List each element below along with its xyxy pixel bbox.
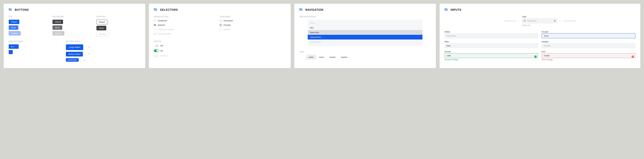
error-message: Error message <box>542 59 635 61</box>
radio-label: Selected disable <box>158 33 171 35</box>
section-switch: SWITCH <box>154 41 286 42</box>
secondary-hover-button[interactable]: Hover <box>52 25 62 30</box>
button-variants-row: CTA Default Hover Disabled SECONDARY Def… <box>9 16 140 41</box>
tab-active[interactable]: active <box>306 55 316 60</box>
side-nav: TITLE Item Hover item Selected item Disa… <box>308 20 422 46</box>
nav-item-default[interactable]: Item <box>308 25 422 30</box>
tertiary-disabled-button: Disabled <box>96 32 109 37</box>
tab-hover[interactable]: :hover <box>316 55 327 60</box>
svg-line-1 <box>525 21 526 22</box>
anno-leading: LEADING ICON <box>504 20 516 22</box>
anno-trailing: TRAILING ICON <box>564 20 576 22</box>
success-message: Success message <box>444 59 538 61</box>
logo-icon <box>154 9 158 12</box>
radio-unselected-disabled: Unselected disabled <box>154 28 220 30</box>
radio-label: Unselected disabled <box>158 28 174 30</box>
cta-disabled-button: Disabled <box>9 31 21 36</box>
error-input[interactable] <box>542 53 635 58</box>
tertiary-hover-button[interactable]: Hover <box>96 26 106 30</box>
radio-unselected[interactable]: Unselected <box>154 20 220 22</box>
tertiary-default-button[interactable]: Default <box>96 20 107 24</box>
logo-icon <box>9 9 13 12</box>
small-button[interactable]: Small button <box>66 58 79 62</box>
switch-on-icon <box>154 49 159 52</box>
switch-off[interactable]: Off <box>154 44 286 47</box>
field-focused: Focused <box>542 31 635 38</box>
section-checkbox: CHECKBOX <box>220 16 286 18</box>
card-title: NAVIGATION <box>306 9 324 12</box>
switch-disabled: Disabled <box>154 54 286 57</box>
tabs: active :hover inactive inactive <box>306 55 424 60</box>
section-tabs: TABS <box>299 51 431 53</box>
anatomy-input[interactable]: ✕ <box>522 18 557 23</box>
close-icon[interactable]: ✕ <box>554 20 556 22</box>
field-success: Success ✓ Success message <box>444 51 538 61</box>
checkbox-checked-icon: ✓ <box>220 24 222 26</box>
switch-off-icon <box>154 44 159 47</box>
section-icon-buttons: ICON BUTTONS <box>9 41 66 42</box>
field-disabled: Disabled <box>542 41 635 48</box>
secondary-disabled-button: Disabled <box>52 31 64 36</box>
secondary-default-button[interactable]: Default <box>52 20 63 24</box>
field-label: Focused <box>542 31 635 33</box>
switch-label: Off <box>160 45 163 47</box>
field-default: Default <box>444 31 538 38</box>
nav-item-hover[interactable]: Hover item <box>308 30 422 35</box>
scale-small-value: 24 <box>81 59 86 61</box>
checkbox-icon <box>220 20 222 22</box>
tab-inactive[interactable]: inactive <box>327 55 338 60</box>
cta-hover-button[interactable]: Hover <box>9 25 18 30</box>
disabled-input <box>542 43 635 48</box>
radio-selected[interactable]: Selected <box>154 24 220 26</box>
tab-inactive[interactable]: inactive <box>338 55 350 60</box>
x-circle-icon: ✕ <box>632 56 634 58</box>
icon-only-button[interactable]: ⌄ <box>9 50 13 54</box>
chevron-down-icon: ⌄ <box>15 46 16 47</box>
checkbox-checked[interactable]: ✓ Checked <box>220 24 286 26</box>
inputs-card: INPUTS LEADING ICON Label ✕ Helper text … <box>440 4 640 68</box>
radio-label: Selected <box>158 24 165 26</box>
field-label: Success <box>444 51 538 53</box>
field-label: Filled <box>444 41 538 43</box>
checkbox-label: Checked <box>224 24 230 26</box>
section-cta: CTA <box>9 16 52 18</box>
nav-item-selected[interactable]: Selected item <box>308 35 422 40</box>
field-label: Default <box>444 31 538 33</box>
focused-input[interactable] <box>542 34 635 38</box>
chevron-down-icon: ⌄ <box>10 51 12 53</box>
large-button[interactable]: Large button <box>66 44 83 50</box>
nav-item-disabled: Disabled item <box>308 40 422 44</box>
cta-default-button[interactable]: Default <box>9 20 19 24</box>
anno-line <box>559 21 562 21</box>
switch-on[interactable]: On <box>154 49 286 52</box>
success-input[interactable] <box>444 53 538 58</box>
field-label: Disabled <box>542 41 635 43</box>
checkbox-disabled-icon <box>220 28 222 30</box>
icon-text-button[interactable]: Icon ⌄ <box>9 44 18 49</box>
inputs-grid: Default Focused Filled Disabled Success … <box>444 31 635 61</box>
default-input[interactable] <box>444 34 538 38</box>
switch-disabled-icon <box>154 54 159 57</box>
medium-button[interactable]: Medium button <box>66 52 83 57</box>
card-title: INPUTS <box>451 9 462 12</box>
section-side-nav: SIDE NAVIGATION <box>299 16 431 18</box>
checkbox-label: Disabled <box>224 28 230 30</box>
anno-line <box>518 21 520 21</box>
section-radio: RADIO BUTTON <box>154 16 220 18</box>
card-header: SELECTORS <box>154 9 286 12</box>
radio-disabled-icon <box>154 28 156 30</box>
anatomy-input-field[interactable] <box>527 20 552 22</box>
checkbox-unchecked[interactable]: Unchecked <box>220 20 286 22</box>
checkbox-label: Unchecked <box>224 20 232 22</box>
radio-selected-disabled: Selected disable <box>154 33 220 35</box>
filled-input[interactable] <box>444 43 538 48</box>
switch-label: Disabled <box>160 55 168 57</box>
scale-medium-value: 32 <box>85 53 90 55</box>
section-tertiary: TERTIARY <box>96 16 140 18</box>
nav-title: TITLE <box>308 22 422 25</box>
input-anatomy: LEADING ICON Label ✕ Helper text TRAILIN… <box>444 16 635 26</box>
anatomy-helper: Helper text <box>522 24 557 26</box>
radio-icon <box>154 20 156 22</box>
field-label: Error <box>542 51 635 53</box>
anatomy-label: Label <box>522 16 557 18</box>
